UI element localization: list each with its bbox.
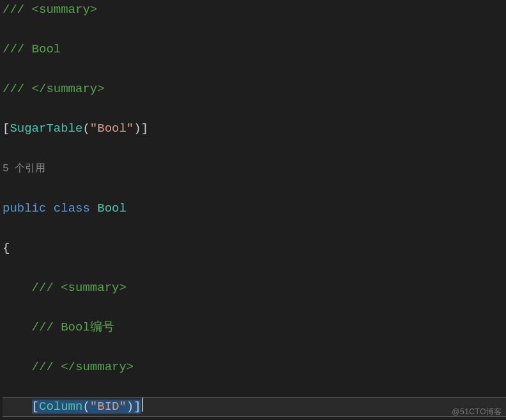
string-literal: "Bool"	[90, 121, 134, 136]
code-line: /// Bool	[3, 40, 506, 59]
code-line: {	[3, 238, 506, 258]
code-line: /// <summary>	[3, 0, 506, 20]
class-name: Bool	[97, 201, 126, 215]
xml-doc-comment: /// <summary>	[32, 281, 126, 295]
xml-doc-comment: /// <summary>	[3, 3, 97, 17]
xml-doc-comment: /// </summary>	[3, 82, 105, 96]
code-line: /// <summary>	[3, 278, 506, 298]
text-cursor	[142, 398, 143, 412]
xml-doc-comment: /// Bool	[3, 42, 61, 56]
attribute-column: Column	[39, 400, 82, 414]
codelens-references[interactable]: 5 个引用	[3, 159, 506, 179]
code-line: public class Bool	[3, 199, 506, 219]
code-line-current: [Column("BID")]	[3, 397, 506, 417]
watermark: @51CTO博客	[452, 407, 502, 417]
code-editor[interactable]: /// <summary> /// Bool /// </summary> [S…	[0, 0, 506, 420]
attribute-sugartable: SugarTable	[10, 121, 82, 136]
code-line: /// </summary>	[3, 357, 506, 377]
xml-doc-comment: /// Bool编号	[32, 320, 114, 334]
xml-doc-comment: /// </summary>	[32, 360, 134, 374]
string-literal: "BID"	[90, 400, 126, 414]
code-line: /// Bool编号	[3, 318, 506, 338]
code-line: /// </summary>	[3, 79, 506, 99]
code-line: [SugarTable("Bool")]	[3, 119, 506, 139]
